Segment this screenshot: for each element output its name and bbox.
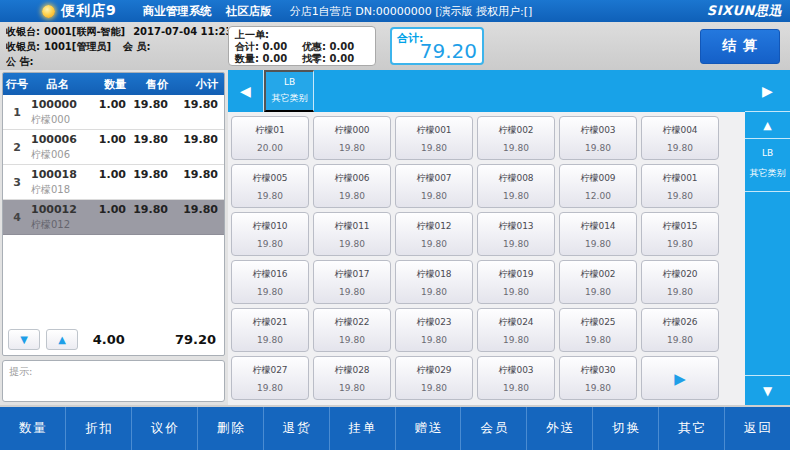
product-area: ◀ LB 其它类别 柠檬01 20.00 柠檬000 19.80 [228, 70, 745, 405]
product-button[interactable]: 柠檬021 19.80 [231, 308, 309, 352]
product-name: 柠檬003 [580, 124, 615, 137]
product-button[interactable]: 柠檬025 19.80 [559, 308, 637, 352]
sidebar-down-button[interactable]: ▼ [745, 375, 790, 405]
product-button[interactable]: 柠檬017 19.80 [313, 260, 391, 304]
product-price: 19.80 [339, 143, 365, 153]
cart-item-qty: 1.00 [84, 133, 130, 146]
grid-next-page-button[interactable]: ▶ [641, 356, 719, 400]
product-button[interactable]: 柠檬011 19.80 [313, 212, 391, 256]
cart-row[interactable]: 4 100012 1.00 19.80 19.80 柠檬012 [3, 200, 224, 235]
product-button[interactable]: 柠檬014 19.80 [559, 212, 637, 256]
product-button[interactable]: 柠檬002 19.80 [477, 116, 555, 160]
product-button[interactable]: 柠檬015 19.80 [641, 212, 719, 256]
cart-item-qty: 1.00 [84, 203, 130, 216]
product-button[interactable]: 柠檬013 19.80 [477, 212, 555, 256]
toolbar-button[interactable]: 切换 [592, 407, 658, 450]
product-button[interactable]: 柠檬023 19.80 [395, 308, 473, 352]
product-button[interactable]: 柠檬004 19.80 [641, 116, 719, 160]
product-button[interactable]: 柠檬001 19.80 [395, 116, 473, 160]
cart-row[interactable]: 3 100018 1.00 19.80 19.80 柠檬018 [3, 165, 224, 200]
product-button[interactable]: 柠檬018 19.80 [395, 260, 473, 304]
product-button[interactable]: 柠檬007 19.80 [395, 164, 473, 208]
product-button[interactable]: 柠檬000 19.80 [313, 116, 391, 160]
product-button[interactable]: 柠檬001 19.80 [641, 164, 719, 208]
product-name: 柠檬023 [416, 316, 451, 329]
toolbar-button[interactable]: 议价 [131, 407, 197, 450]
category-left-arrow-icon: ◀ [240, 83, 251, 99]
product-button[interactable]: 柠檬026 19.80 [641, 308, 719, 352]
product-button[interactable]: 柠檬019 19.80 [477, 260, 555, 304]
product-button[interactable]: 柠檬010 19.80 [231, 212, 309, 256]
product-button[interactable]: 柠檬024 19.80 [477, 308, 555, 352]
product-price: 19.80 [585, 287, 611, 297]
product-button[interactable]: 柠檬003 19.80 [477, 356, 555, 400]
category-prev-button[interactable]: ◀ [228, 70, 264, 112]
product-button[interactable]: 柠檬006 19.80 [313, 164, 391, 208]
last-order-title: 上一单: [235, 29, 369, 41]
product-price: 19.80 [667, 287, 693, 297]
toolbar-button[interactable]: 会员 [460, 407, 526, 450]
function-toolbar: 数量 折扣 议价 删除 退货 挂单 赠送 会员 外送 切换 其它 返回 [0, 405, 790, 450]
last-qty-label: 数量: [235, 53, 259, 64]
toolbar-button[interactable]: 返回 [724, 407, 790, 450]
category-tab-code: LB [284, 77, 295, 87]
product-price: 19.80 [421, 335, 447, 345]
toolbar-button[interactable]: 数量 [0, 407, 65, 450]
product-button[interactable]: 柠檬022 19.80 [313, 308, 391, 352]
product-name: 柠檬026 [662, 316, 697, 329]
cart-row-number: 3 [13, 176, 21, 189]
settle-button[interactable]: 结 算 [700, 29, 780, 64]
cart-item-code: 100000 [31, 98, 84, 111]
cart-item-name: 柠檬000 [31, 111, 84, 127]
product-button[interactable]: 柠檬008 19.80 [477, 164, 555, 208]
cart-rows: 1 100000 1.00 19.80 19.80 柠檬000 2 100006… [3, 95, 224, 235]
product-price: 19.80 [257, 191, 283, 201]
toolbar-button[interactable]: 外送 [526, 407, 592, 450]
toolbar-button[interactable]: 删除 [197, 407, 263, 450]
sidebar-tab-lb[interactable]: LB 其它类别 [745, 139, 790, 192]
product-button[interactable]: 柠檬002 19.80 [559, 260, 637, 304]
product-name: 柠檬001 [662, 172, 697, 185]
product-button[interactable]: 柠檬003 19.80 [559, 116, 637, 160]
toolbar-button[interactable]: 退货 [263, 407, 329, 450]
product-button[interactable]: 柠檬029 19.80 [395, 356, 473, 400]
product-button[interactable]: 柠檬009 12.00 [559, 164, 637, 208]
product-name: 柠檬007 [416, 172, 451, 185]
toolbar-button[interactable]: 挂单 [329, 407, 395, 450]
cart-row[interactable]: 2 100006 1.00 19.80 19.80 柠檬006 [3, 130, 224, 165]
product-name: 柠檬009 [580, 172, 615, 185]
product-button[interactable]: 柠檬028 19.80 [313, 356, 391, 400]
product-button[interactable]: 柠檬012 19.80 [395, 212, 473, 256]
product-button[interactable]: 柠檬030 19.80 [559, 356, 637, 400]
toolbar-button[interactable]: 其它 [658, 407, 724, 450]
col-row-number: 行号 [3, 77, 31, 92]
category-next-button[interactable]: ▶ [745, 70, 790, 112]
cart-item-subtotal: 19.80 [172, 133, 224, 146]
toolbar-button[interactable]: 赠送 [395, 407, 461, 450]
product-button[interactable]: 柠檬005 19.80 [231, 164, 309, 208]
category-tab-lb[interactable]: LB 其它类别 [264, 70, 314, 112]
cart-row-number: 1 [13, 106, 21, 119]
product-button[interactable]: 柠檬01 20.00 [231, 116, 309, 160]
cart-row[interactable]: 1 100000 1.00 19.80 19.80 柠檬000 [3, 95, 224, 130]
sidebar-up-button[interactable]: ▲ [745, 112, 790, 139]
product-price: 19.80 [503, 191, 529, 201]
cart-scroll-up-icon: ▲ [58, 334, 66, 345]
toolbar-button[interactable]: 折扣 [65, 407, 131, 450]
store-logo-text: 便利店9 [61, 2, 117, 20]
product-name: 柠檬010 [252, 220, 287, 233]
station-label: 收银台: [6, 26, 40, 37]
product-button[interactable]: 柠檬020 19.80 [641, 260, 719, 304]
cart-scroll-down-button[interactable]: ▼ [8, 329, 40, 350]
last-discount-value: 0.00 [329, 41, 354, 52]
cart-item-code: 100018 [31, 168, 84, 181]
cart-item-name: 柠檬006 [31, 146, 84, 162]
grid-next-page-icon: ▶ [674, 370, 686, 388]
product-name: 柠檬018 [416, 268, 451, 281]
cart-item-name: 柠檬012 [31, 216, 84, 232]
cart-scroll-up-button[interactable]: ▲ [46, 329, 78, 350]
product-button[interactable]: 柠檬027 19.80 [231, 356, 309, 400]
product-button[interactable]: 柠檬016 19.80 [231, 260, 309, 304]
cart-item-price: 19.80 [130, 133, 172, 146]
cart-total-qty: 4.00 [93, 332, 125, 347]
